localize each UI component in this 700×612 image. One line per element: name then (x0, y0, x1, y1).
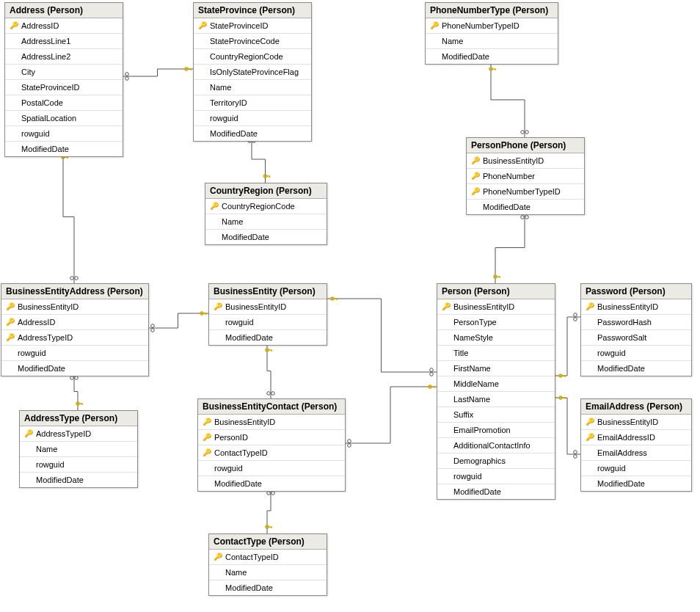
svg-point-24 (574, 451, 577, 454)
column-row: rowguid (5, 126, 123, 142)
column-row: StateProvinceID (5, 80, 123, 95)
column-row: MiddleName (437, 376, 555, 392)
entity-header: AddressType (Person) (20, 411, 137, 426)
column-name: Suffix (452, 410, 552, 419)
column-name: rowguid (224, 318, 324, 327)
entity-BusinessEntity[interactable]: BusinessEntity (Person)🔑BusinessEntityID… (208, 283, 327, 346)
column-row: Name (209, 565, 327, 580)
column-row: NameStyle (437, 330, 555, 346)
column-row: 🔑PhoneNumberTypeID (426, 18, 558, 34)
column-name: ModifiedDate (596, 479, 688, 488)
svg-point-11 (75, 376, 79, 380)
column-name: ModifiedDate (440, 52, 555, 61)
column-name: ModifiedDate (220, 233, 324, 241)
primary-key-icon: 🔑 (584, 434, 596, 441)
relationship-line (63, 150, 74, 283)
entity-BusinessEntityContact[interactable]: BusinessEntityContact (Person)🔑BusinessE… (197, 398, 346, 492)
svg-point-7 (75, 277, 79, 280)
column-name: PostalCode (20, 98, 120, 107)
column-name: BusinessEntityID (16, 302, 145, 311)
column-row: Name (20, 442, 137, 457)
relationship-line (252, 136, 266, 183)
key-icon: 🔑 (203, 434, 211, 441)
primary-key-icon: 🔑 (584, 418, 596, 426)
column-name: ModifiedDate (481, 203, 581, 211)
relationship-line (491, 62, 525, 137)
column-row: ModifiedDate (194, 126, 311, 141)
entity-StateProvince[interactable]: StateProvince (Person)🔑StateProvinceIDSt… (193, 2, 312, 142)
column-name: PasswordSalt (596, 333, 688, 342)
column-row: 🔑AddressTypeID (1, 330, 148, 346)
column-row: AddressLine1 (5, 34, 123, 49)
entity-Password[interactable]: Password (Person)🔑BusinessEntityIDPasswo… (580, 283, 692, 376)
key-icon: 🔑 (471, 188, 480, 195)
column-row: ModifiedDate (467, 200, 584, 214)
column-name: MiddleName (452, 379, 552, 388)
column-row: ModifiedDate (437, 484, 555, 499)
column-name: ContactTypeID (213, 448, 342, 457)
relationship-line (495, 212, 525, 283)
column-row: 🔑ContactTypeID (198, 445, 345, 461)
relationship-line (267, 488, 271, 533)
relationship-line (326, 299, 437, 372)
column-name: AddressID (16, 318, 145, 327)
column-row: ModifiedDate (20, 473, 137, 487)
column-row: ModifiedDate (581, 361, 691, 376)
svg-point-15 (271, 492, 275, 495)
column-row: rowguid (437, 469, 555, 484)
column-name: rowguid (16, 349, 145, 357)
column-name: Name (440, 37, 555, 45)
column-row: rowguid (581, 346, 691, 361)
svg-point-5 (525, 131, 529, 134)
column-name: ModifiedDate (34, 476, 134, 484)
column-row: StateProvinceCode (194, 34, 311, 49)
column-name: StateProvinceID (20, 83, 120, 92)
column-name: PhoneNumber (481, 172, 581, 181)
entity-Address[interactable]: Address (Person)🔑AddressIDAddressLine1Ad… (4, 2, 123, 157)
relationship-line (267, 343, 271, 398)
key-icon: 🔑 (24, 430, 33, 437)
column-row: 🔑BusinessEntityID (581, 415, 691, 430)
svg-point-18 (430, 368, 434, 372)
entity-ContactType[interactable]: ContactType (Person)🔑ContactTypeIDNameMo… (208, 533, 327, 596)
primary-key-icon: 🔑 (470, 157, 481, 164)
column-name: AddressID (20, 21, 120, 30)
column-name: rowguid (596, 464, 688, 473)
column-row: ModifiedDate (581, 476, 691, 491)
entity-BusinessEntityAddress[interactable]: BusinessEntityAddress (Person)🔑BusinessE… (1, 283, 149, 376)
column-row: 🔑CountryRegionCode (205, 199, 327, 214)
entity-Person[interactable]: Person (Person)🔑BusinessEntityIDPersonTy… (437, 283, 555, 500)
primary-key-icon: 🔑 (201, 418, 213, 426)
key-icon: 🔑 (471, 157, 480, 164)
column-name: ModifiedDate (224, 333, 324, 342)
column-row: 🔑PersonID (198, 430, 345, 445)
column-name: rowguid (596, 349, 688, 357)
svg-point-23 (574, 318, 577, 321)
entity-PersonPhone[interactable]: PersonPhone (Person)🔑BusinessEntityID🔑Ph… (466, 137, 585, 215)
entity-header: Address (Person) (5, 3, 123, 18)
column-name: IsOnlyStateProvinceFlag (208, 68, 308, 76)
column-name: SpatialLocation (20, 114, 120, 123)
entity-PhoneNumberType[interactable]: PhoneNumberType (Person)🔑PhoneNumberType… (425, 2, 558, 65)
column-row: IsOnlyStateProvinceFlag (194, 65, 311, 80)
column-row: AdditionalContactInfo (437, 438, 555, 453)
column-row: Title (437, 346, 555, 361)
column-name: StateProvinceID (208, 21, 308, 30)
column-name: rowguid (208, 114, 308, 123)
column-row: Name (205, 214, 327, 230)
column-name: TerritoryID (208, 98, 308, 107)
column-row: PasswordSalt (581, 330, 691, 346)
primary-key-icon: 🔑 (4, 303, 16, 310)
column-row: LastName (437, 392, 555, 407)
entity-CountryRegion[interactable]: CountryRegion (Person)🔑CountryRegionCode… (205, 183, 327, 245)
column-row: 🔑StateProvinceID (194, 18, 311, 34)
column-name: EmailAddressID (596, 433, 688, 442)
svg-point-0 (125, 73, 129, 76)
key-icon: 🔑 (586, 303, 594, 310)
svg-point-14 (267, 492, 271, 495)
column-name: Demographics (452, 456, 552, 465)
column-name: Name (208, 83, 308, 92)
entity-AddressType[interactable]: AddressType (Person)🔑AddressTypeIDNamero… (19, 410, 138, 488)
entity-EmailAddress[interactable]: EmailAddress (Person)🔑BusinessEntityID🔑E… (580, 398, 692, 492)
column-name: ModifiedDate (213, 479, 342, 488)
